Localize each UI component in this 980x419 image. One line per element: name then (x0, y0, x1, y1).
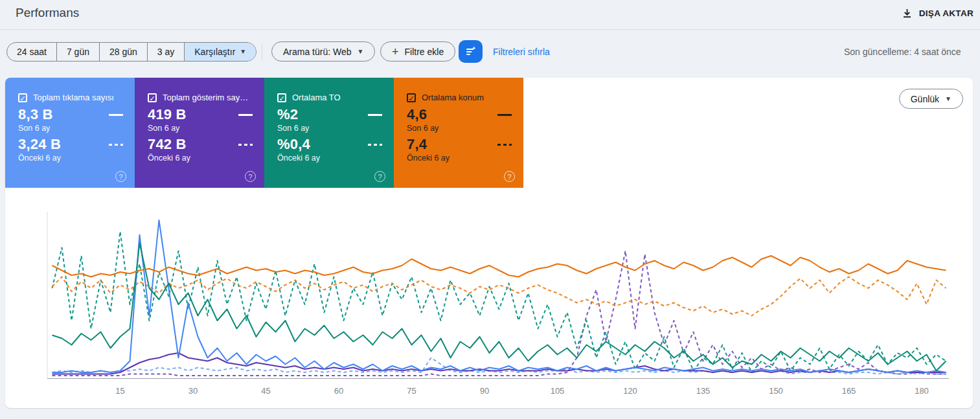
x-tick-label: 60 (334, 386, 343, 396)
search-type-label: Arama türü: Web (283, 47, 352, 57)
metric-card-position[interactable]: ✓ Ortalama konum 4,6 Son 6 ay 7,4 Önceki… (394, 78, 523, 188)
solid-line-indicator (368, 114, 382, 116)
vertical-divider (262, 43, 262, 60)
add-filter-label: Filtre ekle (405, 47, 444, 57)
x-tick-label: 90 (480, 386, 489, 396)
checkbox-checked-icon[interactable]: ✓ (148, 93, 157, 102)
dashed-line-indicator (238, 144, 253, 146)
metric-value-previous: 7,4 (407, 136, 427, 153)
chevron-down-icon: ▼ (358, 49, 364, 55)
metric-period-current: Son 6 ay (277, 124, 309, 133)
metric-period-current: Son 6 ay (148, 124, 179, 133)
solid-line-indicator (238, 114, 253, 116)
x-tick-label: 150 (769, 386, 783, 396)
tab-28-days[interactable]: 28 gün (99, 43, 147, 61)
x-axis-labels: 153045607590105120135150165180 (42, 386, 949, 399)
metric-period-previous: Önceki 6 ay (277, 153, 320, 163)
performance-chart[interactable] (42, 210, 950, 380)
filter-bar: 24 saat 7 gün 28 gün 3 ay Karşılaştır ▼ … (0, 30, 980, 71)
metric-period-previous: Önceki 6 ay (18, 153, 61, 163)
metric-value-current: 419 B (148, 106, 187, 123)
download-icon (902, 8, 913, 19)
granularity-dropdown[interactable]: Günlük ▼ (899, 89, 963, 109)
plus-icon: + (392, 46, 399, 58)
series-position-current (52, 256, 946, 277)
checkbox-checked-icon[interactable]: ✓ (18, 93, 27, 102)
compare-dropdown[interactable]: Karşılaştır ▼ (184, 43, 256, 61)
tab-24-hours[interactable]: 24 saat (7, 43, 56, 61)
tune-sparkle-icon (464, 45, 477, 58)
metric-label: Toplam tıklama sayısı (33, 93, 114, 102)
tab-7-days[interactable]: 7 gün (56, 43, 99, 61)
checkbox-checked-icon[interactable]: ✓ (277, 93, 286, 102)
x-tick-label: 45 (261, 386, 270, 396)
granularity-label: Günlük (911, 94, 939, 104)
solid-line-indicator (497, 114, 512, 116)
help-icon[interactable]: ? (374, 171, 385, 182)
help-icon[interactable]: ? (115, 171, 126, 182)
x-tick-label: 15 (115, 386, 124, 396)
search-type-dropdown[interactable]: Arama türü: Web ▼ (271, 41, 375, 62)
page-title: Performans (16, 6, 79, 20)
dashed-line-indicator (368, 144, 382, 146)
x-tick-label: 120 (623, 386, 637, 396)
x-tick-label: 180 (915, 386, 929, 396)
export-label: DIŞA AKTAR (919, 8, 974, 18)
date-range-tabs: 24 saat 7 gün 28 gün 3 ay Karşılaştır ▼ (6, 42, 256, 62)
reset-filters-link[interactable]: Filtreleri sıfırla (493, 47, 550, 57)
compare-label: Karşılaştır (194, 47, 235, 57)
x-tick-label: 75 (407, 386, 416, 396)
x-tick-label: 105 (551, 386, 565, 396)
metric-period-previous: Önceki 6 ay (148, 153, 190, 163)
dashed-line-indicator (109, 144, 123, 146)
metric-value-previous: %0,4 (277, 136, 310, 153)
metric-card-ctr[interactable]: ✓ Ortalama TO %2 Son 6 ay %0,4 Önceki 6 … (264, 78, 394, 188)
tab-3-months[interactable]: 3 ay (147, 43, 184, 61)
help-icon[interactable]: ? (245, 171, 256, 182)
metric-value-current: 8,3 B (18, 106, 53, 123)
metric-label: Toplam gösterim say… (163, 93, 248, 102)
solid-line-indicator (109, 114, 123, 116)
metric-value-current: 4,6 (407, 106, 427, 123)
series-ctr-previous (52, 232, 946, 373)
metric-card-clicks[interactable]: ✓ Toplam tıklama sayısı 8,3 B Son 6 ay 3… (5, 78, 135, 188)
add-filter-button[interactable]: + Filtre ekle (380, 41, 455, 62)
metric-label: Ortalama TO (292, 93, 341, 102)
metric-value-previous: 3,24 B (18, 136, 61, 153)
metric-period-current: Son 6 ay (18, 124, 50, 133)
chevron-down-icon: ▼ (240, 49, 246, 55)
metric-card-impressions[interactable]: ✓ Toplam gösterim say… 419 B Son 6 ay 74… (135, 78, 264, 188)
chevron-down-icon: ▼ (945, 96, 952, 102)
dashed-line-indicator (497, 144, 512, 146)
x-tick-label: 135 (696, 386, 711, 396)
metric-period-current: Son 6 ay (407, 124, 439, 133)
checkbox-checked-icon[interactable]: ✓ (407, 93, 416, 102)
x-tick-label: 30 (188, 386, 198, 396)
top-bar: Performans DIŞA AKTAR (0, 0, 980, 29)
metric-value-previous: 742 B (148, 136, 187, 153)
export-button[interactable]: DIŞA AKTAR (896, 5, 979, 21)
performance-panel: ✓ Toplam tıklama sayısı 8,3 B Son 6 ay 3… (5, 78, 973, 408)
last-update-text: Son güncelleme: 4 saat önce (844, 47, 961, 57)
help-icon[interactable]: ? (504, 171, 515, 182)
x-tick-label: 165 (842, 386, 856, 396)
metric-value-current: %2 (277, 106, 298, 123)
filter-settings-button[interactable] (459, 40, 483, 63)
metric-period-previous: Önceki 6 ay (407, 153, 450, 163)
metric-label: Ortalama konum (422, 93, 484, 102)
